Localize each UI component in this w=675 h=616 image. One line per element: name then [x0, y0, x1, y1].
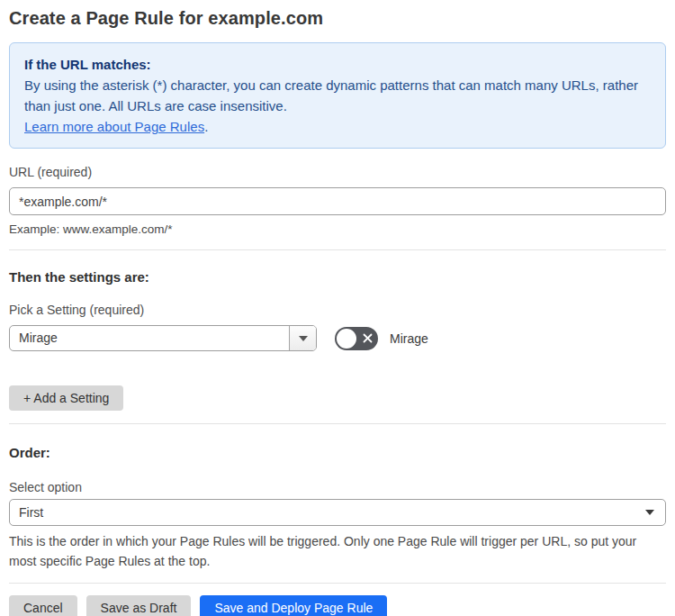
info-heading: If the URL matches: [24, 54, 651, 75]
page-rule-form: Create a Page Rule for example.com If th… [0, 0, 675, 616]
toggle-knob [337, 329, 356, 349]
chevron-down-icon [645, 510, 665, 515]
chevron-down-icon [299, 336, 308, 341]
order-section-heading: Order: [9, 444, 666, 461]
pick-setting-label: Pick a Setting (required) [9, 302, 666, 318]
info-link-line: Learn more about Page Rules. [24, 116, 651, 137]
setting-row: Mirage Mirage [9, 325, 666, 351]
link-suffix: . [204, 119, 208, 134]
divider [9, 583, 666, 584]
x-icon [356, 332, 378, 344]
url-field-label: URL (required) [9, 164, 666, 180]
url-match-info-callout: If the URL matches: By using the asteris… [9, 42, 666, 149]
order-select-value: First [10, 505, 645, 520]
save-as-draft-button[interactable]: Save as Draft [86, 595, 192, 616]
page-title: Create a Page Rule for example.com [9, 7, 666, 29]
order-select[interactable]: First [9, 499, 666, 526]
divider [9, 423, 666, 424]
add-setting-button[interactable]: + Add a Setting [9, 385, 123, 411]
url-input[interactable] [9, 187, 666, 215]
toggle-label: Mirage [390, 331, 428, 346]
info-body-text: By using the asterisk (*) character, you… [24, 75, 651, 116]
setting-select[interactable]: Mirage [9, 325, 317, 351]
order-helper-text: This is the order in which your Page Rul… [9, 531, 666, 571]
mirage-toggle[interactable] [335, 327, 378, 350]
cancel-button[interactable]: Cancel [9, 595, 77, 616]
save-and-deploy-button[interactable]: Save and Deploy Page Rule [200, 595, 387, 616]
footer-actions: Cancel Save as Draft Save and Deploy Pag… [9, 595, 666, 616]
divider [9, 249, 666, 250]
setting-select-arrow-button[interactable] [289, 326, 316, 350]
settings-section-heading: Then the settings are: [9, 268, 666, 285]
url-example-helper: Example: www.example.com/* [9, 222, 666, 238]
learn-more-link[interactable]: Learn more about Page Rules [24, 119, 204, 134]
setting-select-value: Mirage [10, 326, 289, 350]
select-option-label: Select option [9, 479, 666, 495]
